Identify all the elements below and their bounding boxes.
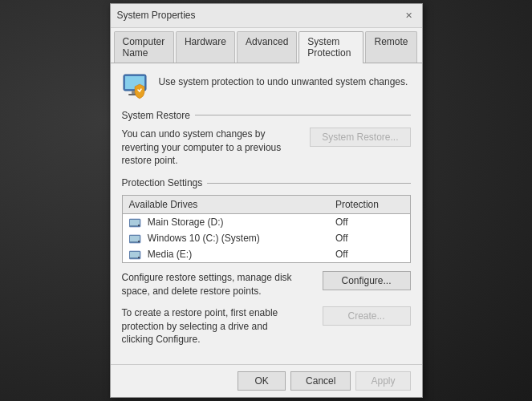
svg-rect-5 [130,220,140,225]
system-restore-header: System Restore [122,110,411,121]
col-drives: Available Drives [122,196,329,214]
info-row: Use system protection to undo unwanted s… [122,73,411,102]
drive-cell: Media (E:) [122,246,329,263]
restore-section: You can undo system changes by reverting… [122,128,411,168]
protection-status: Off [329,230,410,246]
drive-cell: Windows 10 (C:) (System) [122,230,329,246]
configure-description: Configure restore settings, manage disk … [122,271,298,298]
section-divider [195,115,411,115]
system-properties-window: System Properties ✕ Computer Name Hardwa… [110,3,423,398]
info-text: Use system protection to undo unwanted s… [159,73,408,87]
table-row[interactable]: Media (E:) Off [122,246,410,263]
shield-icon [122,73,151,102]
system-restore-button[interactable]: System Restore... [310,128,410,147]
create-description: To create a restore point, first enable … [122,306,298,346]
restore-description: You can undo system changes by reverting… [122,128,282,168]
apply-button[interactable]: Apply [355,371,410,391]
drive-cell: Main Storage (D:) [122,214,329,231]
tab-computer-name[interactable]: Computer Name [114,31,174,63]
system-restore-label: System Restore [122,110,190,121]
create-section: To create a restore point, first enable … [122,306,411,346]
title-bar: System Properties ✕ [111,4,422,28]
svg-rect-11 [130,252,140,257]
table-row[interactable]: Main Storage (D:) Off [122,214,410,231]
tab-hardware[interactable]: Hardware [176,31,235,63]
protection-status: Off [329,246,410,263]
drive-icon [129,234,142,244]
drive-name: Windows 10 (C:) (System) [148,233,260,244]
tab-advanced[interactable]: Advanced [237,31,297,63]
svg-rect-8 [130,236,140,241]
col-protection: Protection [329,196,410,214]
svg-point-6 [138,225,140,226]
protection-settings-label: Protection Settings [122,177,203,188]
protection-status: Off [329,214,410,231]
drive-name: Media (E:) [148,249,192,260]
drive-name: Main Storage (D:) [148,217,224,228]
cancel-button[interactable]: Cancel [290,371,351,391]
ok-button[interactable]: OK [238,371,286,391]
footer: OK Cancel Apply [111,364,422,397]
tab-bar: Computer Name Hardware Advanced System P… [111,28,422,63]
svg-point-12 [138,257,140,258]
tab-remote[interactable]: Remote [365,31,416,63]
configure-button[interactable]: Configure... [323,271,411,290]
table-row[interactable]: Windows 10 (C:) (System) Off [122,230,410,246]
close-button[interactable]: ✕ [403,9,416,22]
svg-point-9 [138,241,140,242]
tab-content: Use system protection to undo unwanted s… [111,63,422,364]
create-button[interactable]: Create... [323,306,411,326]
configure-section: Configure restore settings, manage disk … [122,271,411,298]
tab-system-protection[interactable]: System Protection [298,31,363,63]
protection-table: Available Drives Protection Main Storage… [122,195,411,263]
window-title: System Properties [117,10,196,21]
protection-section-divider [207,183,410,184]
protection-settings-header: Protection Settings [122,177,411,188]
drive-icon [129,218,142,228]
drive-icon [129,250,142,260]
